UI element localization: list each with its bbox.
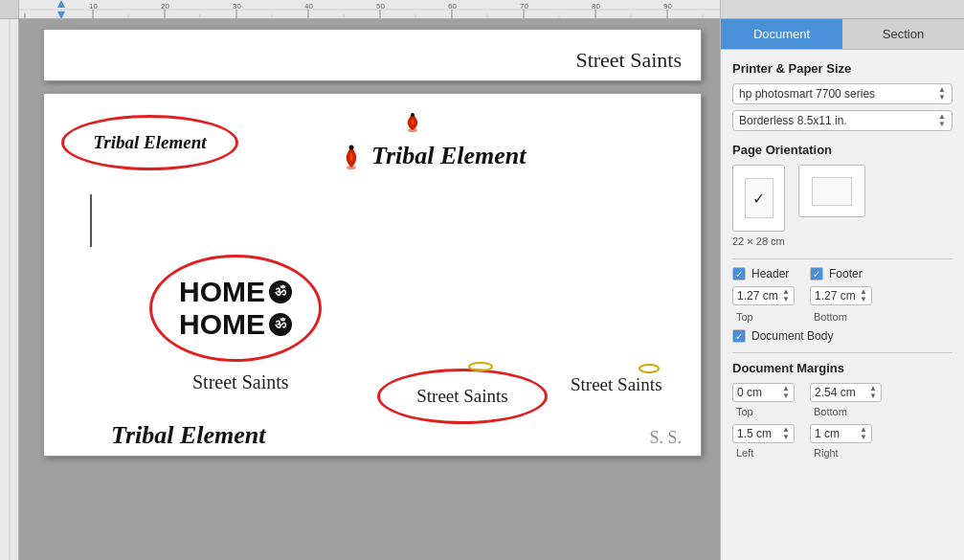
header-value-row: 1.27 cm ▲ ▼ <box>732 286 795 305</box>
margin-left-label: Left <box>736 447 753 459</box>
orientation-section: Page Orientation ✓ <box>732 143 953 247</box>
footer-label: Footer <box>829 267 863 280</box>
home-line1: HOME ॐ <box>179 276 292 308</box>
svg-text:70: 70 <box>520 2 528 11</box>
margin-top-label: Top <box>736 406 753 417</box>
paper-arrows[interactable]: ▲ ▼ <box>938 113 946 128</box>
header-stepper[interactable]: ▲ ▼ <box>782 288 790 303</box>
header-check: ✓ <box>735 269 743 280</box>
om-symbol-1: ॐ <box>269 280 292 303</box>
margin-right-label: Right <box>814 447 839 459</box>
header-value: 1.27 cm <box>737 289 778 302</box>
ss-bottom: S. S. <box>649 428 682 448</box>
margin-left-box: 1.5 cm ▲ ▼ <box>732 424 795 443</box>
margin-bottom-group: 2.54 cm ▲ ▼ Bottom <box>810 383 882 418</box>
margins-top-bottom: 0 cm ▲ ▼ Top 2.54 cm ▲ ▼ <box>732 383 953 418</box>
tab-document[interactable]: Document <box>721 19 842 49</box>
svg-text:90: 90 <box>663 2 672 11</box>
panel-ruler-space <box>720 0 964 19</box>
footer-sublabel: Bottom <box>814 311 847 323</box>
orientation-label: Page Orientation <box>732 143 953 157</box>
printer-arrows[interactable]: ▲ ▼ <box>938 86 946 101</box>
margin-bottom-down[interactable]: ▼ <box>869 392 877 400</box>
tribal-right-text: Tribal Element <box>371 142 527 170</box>
margin-left-group: 1.5 cm ▲ ▼ Left <box>732 424 795 459</box>
right-panel: Document Section Printer & Paper Size hp… <box>720 19 964 560</box>
margin-top-box: 0 cm ▲ ▼ <box>732 383 795 402</box>
header-value-box: 1.27 cm ▲ ▼ <box>732 286 795 305</box>
header-down[interactable]: ▼ <box>782 296 790 303</box>
ss-bottom-text: S. S. <box>649 428 682 447</box>
page-2: Tribal Element <box>43 93 702 457</box>
halo-center <box>467 360 494 374</box>
margin-left-value: 1.5 cm <box>737 427 778 440</box>
margin-bottom-value: 2.54 cm <box>815 386 865 399</box>
panel-content: Printer & Paper Size hp photosmart 7700 … <box>721 50 964 560</box>
portrait-inner: ✓ <box>745 178 773 218</box>
svg-point-36 <box>349 146 354 150</box>
printer-dropdown[interactable]: hp photosmart 7700 series ▲ ▼ <box>732 83 953 104</box>
street-saints-header: Street Saints <box>575 48 682 73</box>
landscape-box[interactable] <box>798 165 865 217</box>
header-footer-row: ✓ Header 1.27 cm ▲ ▼ Top <box>732 267 953 324</box>
orientation-portrait[interactable]: ✓ <box>732 165 785 232</box>
flame-top <box>403 111 422 135</box>
margin-left-down[interactable]: ▼ <box>782 434 790 441</box>
svg-marker-30 <box>57 0 65 8</box>
footer-down[interactable]: ▼ <box>860 296 867 303</box>
orientation-landscape[interactable] <box>798 165 865 232</box>
margin-right-box: 1 cm ▲ ▼ <box>810 424 872 443</box>
header-checkbox-row: ✓ Header 1.27 cm ▲ ▼ Top <box>732 267 795 324</box>
street-saints-right-text: Street Saints <box>571 374 662 394</box>
orientation-options: ✓ <box>732 165 953 232</box>
portrait-box[interactable]: ✓ <box>732 165 785 232</box>
top-ruler: 10 20 30 40 50 60 70 80 90 <box>0 0 964 19</box>
halo-right <box>638 362 661 376</box>
margin-right-stepper[interactable]: ▲ ▼ <box>860 426 867 441</box>
footer-checkbox[interactable]: ✓ <box>810 267 823 280</box>
tab-section[interactable]: Section <box>842 19 964 49</box>
paper-down-arrow[interactable]: ▼ <box>938 121 946 128</box>
svg-point-37 <box>469 363 492 370</box>
tribal-right: Tribal Element <box>341 142 527 170</box>
street-saints-right: Street Saints <box>571 374 662 395</box>
printer-label: Printer & Paper Size <box>732 61 953 76</box>
main-area: Street Saints Tribal Element <box>0 19 964 560</box>
street-saints-oval-text: Street Saints <box>416 386 508 407</box>
page-1: Street Saints <box>43 29 702 81</box>
margin-top-down[interactable]: ▼ <box>782 392 790 400</box>
margins-label: Document Margins <box>732 361 953 375</box>
tribal-oval-text: Tribal Element <box>93 132 206 153</box>
tribal-oval: Tribal Element <box>61 115 238 170</box>
dimension-label: 22 × 28 cm <box>732 235 953 247</box>
home-oval: HOME ॐ HOME ॐ <box>149 255 322 362</box>
margin-top-group: 0 cm ▲ ▼ Top <box>732 383 795 418</box>
paper-value: Borderless 8.5x11 in. <box>739 114 934 127</box>
margin-top-stepper[interactable]: ▲ ▼ <box>782 385 790 400</box>
svg-text:60: 60 <box>448 2 457 11</box>
footer-stepper[interactable]: ▲ ▼ <box>860 288 867 303</box>
canvas-area: Street Saints Tribal Element <box>19 19 720 560</box>
document-body-row: ✓ Document Body <box>732 329 953 343</box>
street-saints-below-home: Street Saints <box>192 371 289 393</box>
document-body-label: Document Body <box>751 329 833 343</box>
printer-value: hp photosmart 7700 series <box>739 87 934 101</box>
svg-text:30: 30 <box>233 2 241 11</box>
svg-text:20: 20 <box>161 2 169 11</box>
page-container: Street Saints Tribal Element <box>43 29 715 457</box>
portrait-check: ✓ <box>752 190 765 208</box>
document-body-check: ✓ <box>735 331 743 342</box>
margin-bottom-box: 2.54 cm ▲ ▼ <box>810 383 882 402</box>
svg-text:10: 10 <box>89 2 98 11</box>
document-body-checkbox[interactable]: ✓ <box>732 329 746 343</box>
margin-bottom-stepper[interactable]: ▲ ▼ <box>869 385 877 400</box>
margin-left-stepper[interactable]: ▲ ▼ <box>782 426 790 441</box>
printer-down-arrow[interactable]: ▼ <box>938 94 946 101</box>
header-checkbox[interactable]: ✓ <box>732 267 746 280</box>
footer-value: 1.27 cm <box>815 289 856 302</box>
header-check-row: ✓ Header <box>732 267 795 280</box>
margin-right-down[interactable]: ▼ <box>860 434 867 441</box>
vertical-line <box>90 194 92 247</box>
paper-dropdown[interactable]: Borderless 8.5x11 in. ▲ ▼ <box>732 110 953 131</box>
landscape-inner <box>812 177 852 206</box>
